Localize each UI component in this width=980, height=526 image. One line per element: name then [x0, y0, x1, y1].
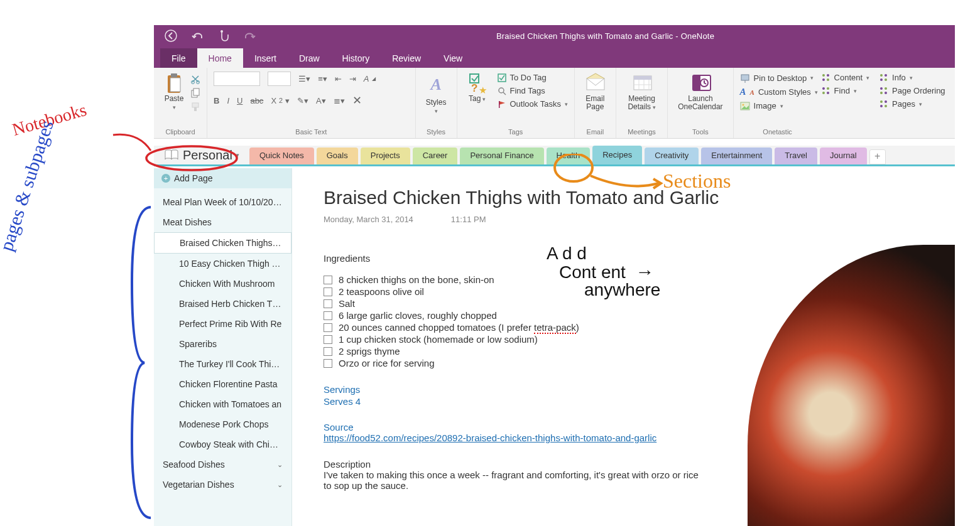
pages-button[interactable]: Pages — [879, 99, 949, 109]
cut-icon[interactable] — [190, 74, 200, 84]
meeting-details-button[interactable]: Meeting Details — [623, 72, 661, 112]
section-tab-personal-finance[interactable]: Personal Finance — [460, 148, 543, 164]
highlight-button[interactable]: ✎▾ — [297, 96, 308, 105]
tag-button[interactable]: ?★ Tag — [464, 72, 491, 109]
page-time[interactable]: 11:11 PM — [451, 215, 486, 224]
page-subitem[interactable]: Braised Herb Chicken Thig — [154, 294, 291, 314]
page-subitem[interactable]: The Turkey I'll Cook This Y — [154, 354, 291, 374]
custom-styles-button[interactable]: AACustom Styles — [740, 87, 815, 97]
page-subitem[interactable]: Chicken Florentine Pasta — [154, 374, 291, 394]
description-text[interactable]: I've taken to making this once a week --… — [324, 470, 700, 491]
page-item[interactable]: Vegetarian Dishes⌄ — [154, 475, 291, 495]
clear-formatting-icon[interactable]: A◢ — [364, 74, 376, 83]
checkbox-icon[interactable] — [324, 287, 332, 296]
launch-onecalendar-button[interactable]: Launch OneCalendar — [674, 72, 726, 112]
touch-mode-icon[interactable] — [218, 30, 229, 42]
section-tab-health[interactable]: Health — [547, 148, 591, 164]
back-icon[interactable] — [164, 29, 178, 43]
ingredient-text[interactable]: 20 ounces canned chopped tomatoes (I pre… — [339, 322, 579, 333]
source-link[interactable]: https://food52.com/recipes/20892-braised… — [324, 432, 656, 443]
ingredient-text[interactable]: 2 sprigs thyme — [339, 346, 400, 357]
bullets-icon[interactable]: ☰▾ — [298, 74, 310, 83]
ingredient-text[interactable]: 1 cup chicken stock (homemade or low sod… — [339, 334, 538, 345]
checkbox-icon[interactable] — [324, 347, 332, 356]
checkbox-icon[interactable] — [324, 359, 332, 368]
undo-icon[interactable] — [192, 31, 204, 41]
find-button[interactable]: Find — [822, 86, 873, 95]
outdent-icon[interactable]: ⇤ — [335, 74, 342, 83]
page-subitem[interactable]: Chicken With Mushroom — [154, 274, 291, 294]
checkbox-icon[interactable] — [324, 276, 332, 284]
tab-history[interactable]: History — [331, 48, 381, 68]
tab-file[interactable]: File — [160, 48, 197, 68]
align-button[interactable]: ≣▾ — [334, 96, 345, 105]
ingredient-text[interactable]: Orzo or rice for serving — [339, 358, 435, 368]
ingredient-text[interactable]: 2 teaspoons olive oil — [339, 286, 424, 297]
section-tab-travel[interactable]: Travel — [775, 148, 817, 164]
tab-view[interactable]: View — [432, 48, 474, 68]
section-tab-goals[interactable]: Goals — [317, 148, 358, 164]
info-button[interactable]: Info — [879, 73, 949, 82]
page-item[interactable]: Meal Plan Week of 10/10/2016 — [154, 192, 291, 212]
pin-to-desktop-button[interactable]: Pin to Desktop — [740, 73, 815, 83]
add-page-button[interactable]: + Add Page — [154, 168, 291, 188]
section-tab-projects[interactable]: Projects — [361, 148, 410, 164]
italic-button[interactable]: I — [227, 96, 229, 105]
copy-icon[interactable] — [190, 88, 200, 98]
page-subitem[interactable]: Spareribs — [154, 334, 291, 354]
page-ordering-button[interactable]: Page Ordering — [879, 86, 949, 95]
email-page-button[interactable]: Email Page — [581, 72, 609, 112]
tab-draw[interactable]: Draw — [288, 48, 331, 68]
section-tab-entertainment[interactable]: Entertainment — [701, 148, 772, 164]
page-subitem[interactable]: Chicken with Tomatoes an — [154, 394, 291, 414]
section-tab-career[interactable]: Career — [413, 148, 458, 164]
checkbox-icon[interactable] — [324, 335, 332, 344]
notebook-dropdown[interactable]: Personal — [156, 146, 247, 164]
styles-button[interactable]: A Styles — [422, 72, 450, 116]
checkbox-icon[interactable] — [324, 311, 332, 320]
tab-review[interactable]: Review — [381, 48, 432, 68]
section-tab-creativity[interactable]: Creativity — [645, 148, 699, 164]
page-item[interactable]: Seafood Dishes⌄ — [154, 454, 291, 475]
tab-home[interactable]: Home — [197, 48, 243, 68]
page-subitem[interactable]: 10 Easy Chicken Thigh Re — [154, 254, 291, 274]
section-tab-journal[interactable]: Journal — [820, 148, 867, 164]
page-subitem[interactable]: Perfect Prime Rib With Re — [154, 314, 291, 334]
tab-insert[interactable]: Insert — [243, 48, 288, 68]
format-painter-icon[interactable] — [190, 102, 200, 112]
indent-icon[interactable]: ⇥ — [349, 74, 356, 83]
ingredient-text[interactable]: Salt — [339, 298, 355, 309]
font-size-dropdown[interactable] — [268, 72, 291, 86]
bold-button[interactable]: B — [214, 96, 219, 105]
content-button[interactable]: Content — [822, 73, 873, 82]
ingredient-text[interactable]: 8 chicken thighs on the bone, skin-on — [339, 274, 494, 285]
ingredients-heading[interactable]: Ingredients — [324, 253, 923, 264]
add-section-button[interactable]: + — [869, 149, 886, 164]
page-subitem[interactable]: Modenese Pork Chops — [154, 414, 291, 434]
description-heading[interactable]: Description — [324, 459, 700, 470]
section-tab-quick-notes[interactable]: Quick Notes — [249, 148, 314, 164]
underline-button[interactable]: U — [237, 96, 242, 105]
todo-tag-button[interactable]: To Do Tag — [498, 73, 568, 82]
font-name-dropdown[interactable] — [214, 72, 260, 86]
checkbox-icon[interactable] — [324, 323, 332, 332]
checkbox-icon[interactable] — [324, 299, 332, 308]
subscript-button[interactable]: X2▾ — [271, 96, 290, 105]
font-color-button[interactable]: A▾ — [316, 96, 326, 105]
paste-button[interactable]: Paste — [160, 72, 188, 112]
redo-icon[interactable] — [243, 31, 256, 41]
section-tab-recipes[interactable]: Recipes — [592, 146, 642, 164]
delete-icon[interactable]: ✕ — [352, 94, 362, 107]
strike-button[interactable]: abc — [250, 96, 263, 105]
image-button[interactable]: Image — [740, 101, 815, 110]
page-subitem[interactable]: Cowboy Steak with Chimic — [154, 434, 291, 454]
annotation-notebook-arrow — [107, 129, 157, 160]
page-date[interactable]: Monday, March 31, 2014 — [324, 215, 413, 224]
page-subitem[interactable]: Braised Chicken Thighs wi — [154, 232, 291, 254]
page-title[interactable]: Braised Chicken Thighs with Tomato and G… — [324, 187, 923, 208]
page-item[interactable]: Meat Dishes — [154, 212, 291, 232]
numbering-icon[interactable]: ≡▾ — [318, 74, 327, 83]
ingredient-text[interactable]: 6 large garlic cloves, roughly chopped — [339, 310, 497, 321]
outlook-tasks-button[interactable]: Outlook Tasks — [498, 99, 568, 109]
find-tags-button[interactable]: Find Tags — [498, 86, 568, 95]
